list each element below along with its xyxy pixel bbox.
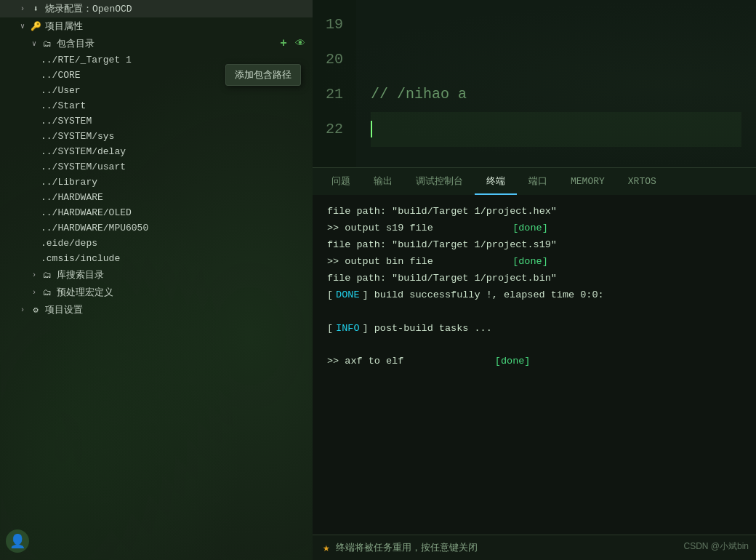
path-label: ../User bbox=[41, 85, 307, 96]
code-line-22 bbox=[371, 112, 741, 147]
path-label: .cmsis/include bbox=[41, 253, 307, 264]
tab-memory[interactable]: MEMORY bbox=[559, 170, 616, 194]
term-line-blank-2 bbox=[327, 337, 741, 354]
code-content[interactable]: // /nihao a bbox=[356, 0, 756, 167]
sidebar-item-label: 包含目录 bbox=[57, 37, 277, 50]
terminal-content[interactable]: file path: "build/Target 1/project.hex" … bbox=[313, 195, 756, 535]
terminal-bottom-bar: ★ 终端将被任务重用，按任意键关闭 CSDN @小斌bin bbox=[313, 535, 756, 560]
path-item-system-usart[interactable]: ../SYSTEM/usart bbox=[0, 159, 313, 175]
tooltip-add-include: 添加包含路径 bbox=[225, 64, 301, 86]
path-label: ../Start bbox=[41, 100, 307, 111]
path-item-hardware-mpu6050[interactable]: ../HARDWARE/MPU6050 bbox=[0, 220, 313, 236]
code-editor: 19 20 21 22 // /nihao a bbox=[313, 0, 756, 167]
term-line-blank-1 bbox=[327, 304, 741, 321]
tab-terminal[interactable]: 终端 bbox=[475, 169, 517, 195]
folder-icon: 🗂 bbox=[41, 287, 53, 298]
line-number-22: 22 bbox=[313, 112, 343, 147]
tab-debug-console[interactable]: 调试控制台 bbox=[404, 169, 475, 195]
sidebar-item-label: 库搜索目录 bbox=[57, 268, 307, 281]
path-item-system-delay[interactable]: ../SYSTEM/delay bbox=[0, 144, 313, 159]
tab-problems[interactable]: 问题 bbox=[320, 169, 362, 195]
tab-output[interactable]: 输出 bbox=[362, 169, 404, 195]
view-include-button[interactable]: 👁 bbox=[294, 37, 307, 50]
arrow-icon: ∨ bbox=[29, 39, 39, 49]
path-item-eide-deps[interactable]: .eide/deps bbox=[0, 236, 313, 251]
add-include-button[interactable]: + bbox=[277, 37, 290, 50]
line-number-21: 21 bbox=[313, 77, 343, 112]
sidebar-item-project-settings[interactable]: › ⚙ 项目设置 bbox=[0, 301, 313, 319]
terminal-tabs: 问题 输出 调试控制台 终端 端口 MEMORY XRTOS bbox=[313, 167, 756, 195]
path-item-system-sys[interactable]: ../SYSTEM/sys bbox=[0, 129, 313, 144]
path-label: ../HARDWARE/OLED bbox=[41, 207, 307, 218]
sidebar-item-include-dir[interactable]: ∨ 🗂 包含目录 + 👁 bbox=[0, 35, 313, 52]
folder-icon: 🗂 bbox=[41, 38, 53, 49]
path-label: ../SYSTEM/sys bbox=[41, 131, 307, 142]
user-avatar[interactable]: 👤 bbox=[6, 529, 29, 553]
sidebar-item-label: 预处理宏定义 bbox=[57, 286, 307, 299]
code-line-19 bbox=[371, 7, 741, 42]
sidebar-item-project-props[interactable]: ∨ 🔑 项目属性 bbox=[0, 17, 313, 35]
term-line-6: [ DONE ] build successfully !, elapsed t… bbox=[327, 287, 741, 304]
line-numbers: 19 20 21 22 bbox=[313, 0, 356, 167]
path-label: ../HARDWARE bbox=[41, 192, 307, 203]
path-label: .eide/deps bbox=[41, 238, 307, 249]
bottom-status-text: 终端将被任务重用，按任意键关闭 bbox=[336, 542, 478, 554]
sidebar-item-lib-search[interactable]: › 🗂 库搜索目录 bbox=[0, 266, 313, 284]
term-line-3: file path: "build/Target 1/project.s19" bbox=[327, 237, 741, 254]
term-line-4: >> output bin file [done] bbox=[327, 254, 741, 271]
arrow-icon: › bbox=[29, 270, 39, 280]
star-icon: ★ bbox=[323, 540, 330, 555]
gear-icon: ⚙ bbox=[30, 304, 41, 316]
sidebar-item-label: 项目设置 bbox=[45, 303, 307, 316]
term-line-5: file path: "build/Target 1/project.bin" bbox=[327, 271, 741, 287]
flash-icon: ⬇ bbox=[30, 3, 41, 15]
term-line-8: [ INFO ] post-build tasks ... bbox=[327, 321, 741, 337]
path-item-library[interactable]: ../Library bbox=[0, 175, 313, 190]
avatar-icon: 👤 bbox=[9, 533, 25, 549]
code-line-20 bbox=[371, 42, 741, 77]
folder-icon: 🗂 bbox=[41, 269, 53, 281]
path-label: ../SYSTEM/usart bbox=[41, 161, 307, 172]
path-label: ../SYSTEM/delay bbox=[41, 146, 307, 157]
sidebar-item-preprocess-macro[interactable]: › 🗂 预处理宏定义 bbox=[0, 284, 313, 301]
line-number-19: 19 bbox=[313, 7, 343, 42]
watermark: CSDN @小斌bin bbox=[683, 540, 749, 553]
sidebar-item-flash-config[interactable]: › ⬇ 烧录配置：OpenOCD bbox=[0, 0, 313, 17]
line-number-20: 20 bbox=[313, 42, 343, 77]
sidebar-item-label: 项目属性 bbox=[45, 20, 307, 33]
path-item-cmsis-include[interactable]: .cmsis/include bbox=[0, 251, 313, 266]
action-buttons: + 👁 bbox=[277, 37, 307, 50]
code-line-21: // /nihao a bbox=[371, 77, 741, 112]
path-item-hardware[interactable]: ../HARDWARE bbox=[0, 190, 313, 205]
right-panel: 19 20 21 22 // /nihao a 问题 输出 调试控制台 终端 端… bbox=[313, 0, 756, 560]
tab-ports[interactable]: 端口 bbox=[517, 169, 559, 195]
path-label: ../SYSTEM bbox=[41, 116, 307, 127]
path-item-start[interactable]: ../Start bbox=[0, 98, 313, 113]
term-line-10: >> axf to elf [done] bbox=[327, 353, 741, 370]
tab-xrtos[interactable]: XRTOS bbox=[616, 170, 668, 194]
term-line-1: file path: "build/Target 1/project.hex" bbox=[327, 204, 741, 220]
arrow-icon: ∨ bbox=[17, 21, 28, 31]
path-item-system[interactable]: ../SYSTEM bbox=[0, 113, 313, 129]
arrow-icon: › bbox=[29, 287, 39, 297]
sidebar-item-label: 烧录配置：OpenOCD bbox=[45, 2, 307, 15]
key-icon: 🔑 bbox=[30, 20, 41, 32]
sidebar: › ⬇ 烧录配置：OpenOCD ∨ 🔑 项目属性 ∨ 🗂 包含目录 + 👁 添… bbox=[0, 0, 313, 560]
arrow-icon: › bbox=[17, 305, 28, 315]
path-label: ../HARDWARE/MPU6050 bbox=[41, 223, 307, 233]
path-item-hardware-oled[interactable]: ../HARDWARE/OLED bbox=[0, 205, 313, 220]
path-label: ../Library bbox=[41, 177, 307, 188]
term-line-2: >> output s19 file [done] bbox=[327, 220, 741, 237]
arrow-icon: › bbox=[17, 4, 28, 14]
